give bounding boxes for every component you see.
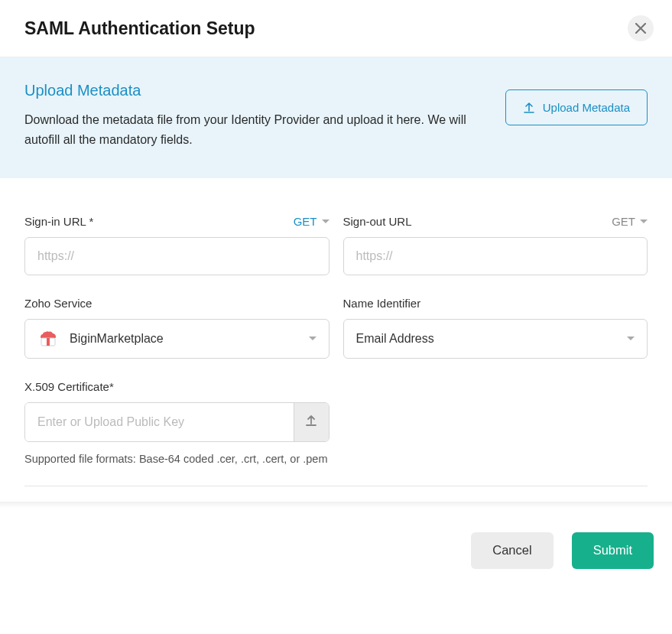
dialog-header: SAML Authentication Setup [0, 0, 672, 57]
field-header: X.509 Certificate* [24, 380, 330, 393]
close-icon [635, 20, 646, 37]
upload-banner-text: Upload Metadata Download the metadata fi… [24, 82, 487, 151]
signout-url-input[interactable] [343, 237, 648, 275]
signin-url-label: Sign-in URL * [24, 215, 93, 228]
zoho-service-value: BiginMarketplace [70, 332, 164, 346]
certificate-input-group [24, 402, 330, 442]
saml-form: Sign-in URL * GET Sign-out URL GET Zoho … [0, 178, 672, 486]
upload-section-description: Download the metadata file from your Ide… [24, 110, 487, 151]
bigin-service-icon [37, 328, 59, 350]
select-content: Email Address [356, 332, 434, 346]
upload-section-title: Upload Metadata [24, 82, 487, 99]
name-identifier-select[interactable]: Email Address [343, 319, 648, 359]
page-title: SAML Authentication Setup [24, 18, 255, 39]
cancel-button[interactable]: Cancel [471, 532, 553, 569]
upload-metadata-button[interactable]: Upload Metadata [505, 89, 648, 125]
certificate-input[interactable] [25, 403, 294, 441]
chevron-down-icon [322, 219, 330, 223]
signin-method-select[interactable]: GET [294, 215, 330, 228]
signin-url-field: Sign-in URL * GET [24, 215, 330, 275]
chevron-down-icon [627, 337, 635, 340]
field-header: Sign-out URL GET [343, 215, 648, 228]
signin-url-input[interactable] [24, 237, 330, 275]
signout-method-value: GET [612, 215, 635, 228]
field-header: Sign-in URL * GET [24, 215, 330, 228]
name-identifier-value: Email Address [356, 332, 434, 346]
signout-url-label: Sign-out URL [343, 215, 412, 228]
close-button[interactable] [628, 15, 654, 41]
chevron-down-icon [309, 337, 317, 340]
signout-method-select[interactable]: GET [612, 215, 648, 228]
upload-icon [523, 102, 535, 114]
chevron-down-icon [640, 219, 648, 223]
certificate-field: X.509 Certificate* Supported file format… [24, 380, 330, 467]
upload-button-label: Upload Metadata [543, 101, 630, 114]
field-header: Name Identifier [343, 297, 648, 310]
certificate-upload-button[interactable] [294, 403, 329, 441]
select-content: BiginMarketplace [37, 328, 164, 350]
zoho-service-select[interactable]: BiginMarketplace [24, 319, 330, 359]
zoho-service-label: Zoho Service [24, 297, 92, 310]
upload-metadata-banner: Upload Metadata Download the metadata fi… [0, 57, 672, 178]
certificate-label: X.509 Certificate* [24, 380, 114, 393]
signin-method-value: GET [294, 215, 317, 228]
divider [24, 486, 648, 486]
dialog-footer: Cancel Submit [0, 502, 672, 587]
svg-rect-1 [47, 338, 50, 346]
zoho-service-field: Zoho Service BiginMarketplace [24, 297, 330, 359]
name-identifier-label: Name Identifier [343, 297, 421, 310]
name-identifier-field: Name Identifier Email Address [343, 297, 648, 359]
signout-url-field: Sign-out URL GET [343, 215, 648, 275]
field-header: Zoho Service [24, 297, 330, 310]
certificate-hint: Supported file formats: Base-64 coded .c… [24, 451, 330, 467]
submit-button[interactable]: Submit [572, 532, 654, 569]
upload-icon [305, 415, 317, 429]
